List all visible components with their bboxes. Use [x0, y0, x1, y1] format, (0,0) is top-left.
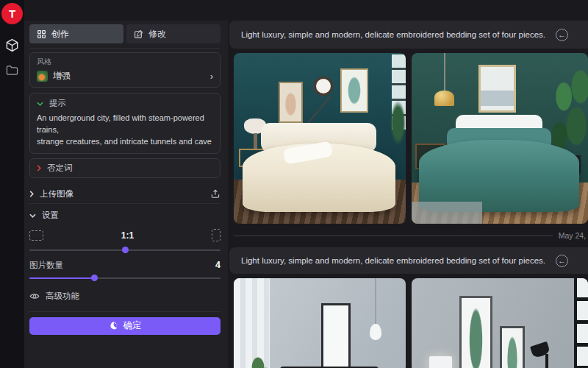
date-label: May 24,: [559, 231, 588, 240]
scene-cream-bedroom: [234, 53, 406, 224]
tab-modify[interactable]: 修改: [126, 24, 220, 43]
image-row: [228, 278, 588, 368]
arrow-left-circle-icon[interactable]: ←: [556, 29, 568, 41]
chevron-right-icon: [29, 191, 34, 197]
pendant-lamp: [434, 91, 453, 106]
edit-icon: [134, 29, 143, 39]
prompt-input[interactable]: An underground city, filled with steam-p…: [37, 113, 213, 148]
results-feed: Light luxury, simple and modern, delicat…: [228, 0, 588, 368]
pendant-cord: [375, 278, 376, 324]
wall-art: [478, 65, 515, 113]
mode-tabs: 创作 修改: [29, 24, 220, 43]
cube-icon[interactable]: [0, 38, 24, 52]
result-prompt-text: Light luxury, simple and modern, delicat…: [241, 256, 545, 265]
style-card[interactable]: 风格 增强 ›: [29, 52, 220, 88]
chevron-down-icon: [29, 213, 36, 218]
plant: [248, 349, 273, 368]
folder-icon[interactable]: [0, 65, 24, 76]
upload-label: 上传图像: [40, 188, 74, 199]
advanced-label: 高级功能: [46, 291, 79, 302]
divider: [29, 311, 220, 312]
slider-handle[interactable]: [91, 275, 98, 281]
style-thumbnail: [37, 71, 48, 82]
upload-image-row[interactable]: 上传图像: [29, 185, 220, 204]
pendant-lamp: [370, 324, 381, 340]
app-logo[interactable]: T: [1, 3, 23, 24]
prompt-card[interactable]: 提示 An underground city, filled with stea…: [29, 93, 220, 154]
wall-art: [279, 82, 303, 123]
portrait-ratio-icon[interactable]: [212, 229, 220, 241]
image-row: [228, 53, 588, 224]
chevron-down-icon: [37, 102, 43, 106]
wall-art: [500, 326, 525, 368]
negative-card[interactable]: 否定词: [29, 158, 220, 178]
prompt-line-2: strange creatures, and intricate tunnels…: [37, 137, 212, 146]
chevron-right-icon: [37, 165, 41, 171]
upload-icon[interactable]: [210, 188, 220, 199]
wall-art: [459, 296, 493, 368]
tab-create-label: 创作: [51, 28, 69, 40]
nav-rail: T: [0, 0, 24, 368]
generated-image[interactable]: [412, 53, 588, 224]
tab-modify-label: 修改: [148, 28, 166, 40]
prompt-label: 提示: [49, 98, 66, 109]
scene-aqua-bedroom: [412, 278, 588, 368]
aspect-ratio-row: 1:1: [29, 228, 220, 243]
result-prompt-bar: Light luxury, simple and modern, delicat…: [229, 21, 588, 49]
date-divider: May 24,: [234, 230, 588, 241]
arrow-left-circle-icon[interactable]: ←: [556, 255, 568, 267]
image-count-label: 图片数量: [29, 260, 63, 271]
negative-label: 否定词: [47, 163, 73, 174]
landscape-ratio-icon[interactable]: [29, 230, 43, 241]
grid-icon: [37, 29, 46, 39]
wall-art: [340, 68, 368, 113]
aspect-ratio-slider[interactable]: [29, 247, 220, 253]
chevron-right-icon: ›: [210, 71, 213, 81]
advanced-features-row[interactable]: 高级功能: [29, 291, 220, 302]
settings-label: 设置: [42, 210, 59, 221]
tab-create[interactable]: 创作: [29, 24, 123, 43]
result-prompt-text: Light luxury, simple and modern, delicat…: [241, 30, 545, 39]
eye-icon: [29, 292, 40, 300]
slider-fill: [29, 277, 94, 279]
divider: [29, 48, 220, 49]
plant: [390, 101, 406, 145]
image-count-slider[interactable]: [29, 275, 220, 281]
image-count-value: 4: [215, 260, 220, 270]
rug: [412, 202, 482, 224]
app-window: T 创作 修改: [0, 0, 588, 368]
magic-moon-icon: [109, 321, 118, 330]
generated-image[interactable]: [234, 53, 406, 224]
pendant-cord: [444, 53, 445, 92]
aspect-ratio-value: 1:1: [43, 230, 212, 241]
settings-header[interactable]: 设置: [29, 209, 220, 222]
scene-grey-bedroom: [234, 278, 406, 368]
generated-image[interactable]: [234, 278, 406, 368]
floor-lamp-pole: [545, 354, 548, 368]
style-value: 增强: [53, 70, 71, 82]
table-lamp: [429, 356, 452, 368]
style-label: 风格: [37, 57, 213, 67]
divider-line: [234, 236, 553, 236]
confirm-button[interactable]: 确定: [29, 317, 220, 335]
wall-art: [321, 303, 351, 368]
scene-teal-bedroom: [412, 53, 588, 224]
result-prompt-bar: Light luxury, simple and modern, delicat…: [229, 247, 588, 274]
image-count-row: 图片数量 4: [29, 260, 220, 271]
confirm-label: 确定: [123, 319, 142, 332]
generated-image[interactable]: [412, 278, 588, 368]
slider-handle[interactable]: [122, 247, 129, 253]
prompt-line-1: An underground city, filled with steam-p…: [37, 113, 204, 134]
lamp-stem: [254, 133, 257, 149]
generation-panel: 创作 修改 风格 增强 › 提示: [24, 21, 228, 368]
window: [574, 278, 588, 368]
